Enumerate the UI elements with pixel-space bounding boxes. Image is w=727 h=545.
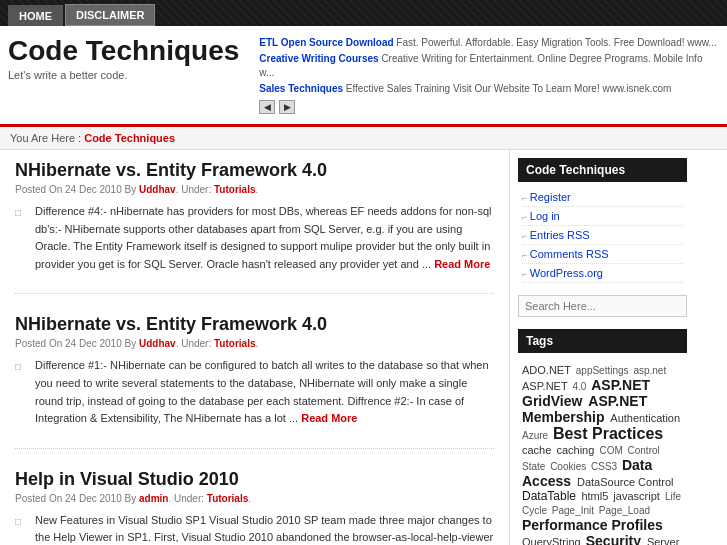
sidebar-tags-widget: Tags ADO.NET appSettings asp.net ASP.NET…: [518, 329, 687, 545]
tag-page_load[interactable]: Page_Load: [599, 505, 650, 516]
post-2: NHibernate vs. Entity Framework 4.0 Post…: [15, 314, 494, 448]
post-3-icon: □: [15, 514, 29, 545]
sidebar-menu-entries-rss[interactable]: Entries RSS: [522, 226, 683, 245]
post-1-excerpt: □ Difference #4:- nHibernate has provide…: [15, 203, 494, 273]
post-2-icon: □: [15, 359, 29, 427]
sidebar-meta-widget: Code Techniques Register Log in Entries …: [518, 158, 687, 283]
post-1-meta: Posted On 24 Dec 2010 By Uddhav. Under: …: [15, 184, 494, 195]
tag-authentication[interactable]: Authentication: [610, 412, 680, 424]
post-1-category[interactable]: Tutorials: [214, 184, 255, 195]
tag-querystring[interactable]: QueryString: [522, 536, 584, 545]
post-2-category[interactable]: Tutorials: [214, 338, 255, 349]
post-1-title: NHibernate vs. Entity Framework 4.0: [15, 160, 494, 181]
tag-com[interactable]: COM: [599, 445, 625, 456]
nav-disclaimer[interactable]: DISCLAIMER: [65, 4, 155, 26]
post-1-author[interactable]: Uddhav: [139, 184, 176, 195]
tag-cache[interactable]: cache: [522, 444, 554, 456]
sidebar-meta-menu: Register Log in Entries RSS Comments RSS…: [518, 188, 687, 283]
post-3-category[interactable]: Tutorials: [207, 493, 248, 504]
breadcrumb-link[interactable]: Code Techniques: [84, 132, 175, 144]
sidebar-menu-register[interactable]: Register: [522, 188, 683, 207]
tag-azure[interactable]: Azure: [522, 430, 551, 441]
post-3-meta: Posted On 24 Dec 2010 By admin. Under: T…: [15, 493, 494, 504]
tag-page_init[interactable]: Page_Init: [552, 505, 597, 516]
post-2-excerpt: □ Difference #1:- NHibernate can be conf…: [15, 357, 494, 427]
ad-prev-button[interactable]: ◀: [259, 100, 275, 114]
post-2-meta: Posted On 24 Dec 2010 By Uddhav. Under: …: [15, 338, 494, 349]
post-3: Help in Visual Studio 2010 Posted On 24 …: [15, 469, 494, 545]
post-1: NHibernate vs. Entity Framework 4.0 Post…: [15, 160, 494, 294]
tag-html5[interactable]: html5: [581, 490, 611, 502]
sidebar-menu-wordpress[interactable]: WordPress.org: [522, 264, 683, 283]
ad-link-2[interactable]: Creative Writing Courses: [259, 53, 378, 64]
tag-asp.net[interactable]: asp.net: [633, 365, 666, 376]
post-2-author[interactable]: Uddhav: [139, 338, 176, 349]
sidebar-tags-title: Tags: [518, 329, 687, 353]
ad-line-3: Sales Techniques Effective Sales Trainin…: [259, 82, 719, 96]
post-1-read-more[interactable]: Read More: [434, 258, 490, 270]
site-tagline: Let's write a better code.: [8, 69, 239, 81]
post-2-title: NHibernate vs. Entity Framework 4.0: [15, 314, 494, 335]
tag-appsettings[interactable]: appSettings: [576, 365, 632, 376]
sidebar-menu-comments-rss[interactable]: Comments RSS: [522, 245, 683, 264]
post-1-icon: □: [15, 205, 29, 273]
tag-datatable[interactable]: DataTable: [522, 489, 579, 503]
ad-line-1: ETL Open Source Download Fast. Powerful.…: [259, 36, 719, 50]
tag-javascript[interactable]: javascript: [613, 490, 663, 502]
ad-line-2: Creative Writing Courses Creative Writin…: [259, 52, 719, 80]
tag-cookies[interactable]: Cookies: [550, 461, 589, 472]
tag-css3[interactable]: CSS3: [591, 461, 620, 472]
sidebar-search-widget: [518, 295, 687, 317]
tag-security[interactable]: Security: [586, 533, 645, 545]
post-2-read-more[interactable]: Read More: [301, 412, 357, 424]
post-3-title: Help in Visual Studio 2010: [15, 469, 494, 490]
sidebar-widget-title: Code Techniques: [518, 158, 687, 182]
tag-best-practices[interactable]: Best Practices: [553, 425, 663, 442]
tag-asp.net[interactable]: ASP.NET: [522, 380, 571, 392]
tag-performance-profiles[interactable]: Performance Profiles: [522, 517, 663, 533]
tag-ado.net[interactable]: ADO.NET: [522, 364, 574, 376]
tag-caching[interactable]: caching: [556, 444, 597, 456]
post-3-excerpt: □ New Features in Visual Studio SP1 Visu…: [15, 512, 494, 545]
site-title: Code Techniques: [8, 36, 239, 67]
tags-cloud: ADO.NET appSettings asp.net ASP.NET 4.0 …: [518, 359, 687, 545]
ad-link-1[interactable]: ETL Open Source Download: [259, 37, 393, 48]
tag-datasource-control[interactable]: DataSource Control: [577, 476, 674, 488]
ad-link-3[interactable]: Sales Techniques: [259, 83, 343, 94]
nav-home[interactable]: HOME: [8, 5, 63, 26]
ad-next-button[interactable]: ▶: [279, 100, 295, 114]
tag-4.0[interactable]: 4.0: [573, 381, 590, 392]
search-input[interactable]: [518, 295, 687, 317]
post-3-author[interactable]: admin: [139, 493, 168, 504]
sidebar-menu-login[interactable]: Log in: [522, 207, 683, 226]
breadcrumb: You Are Here : Code Techniques: [0, 127, 727, 150]
